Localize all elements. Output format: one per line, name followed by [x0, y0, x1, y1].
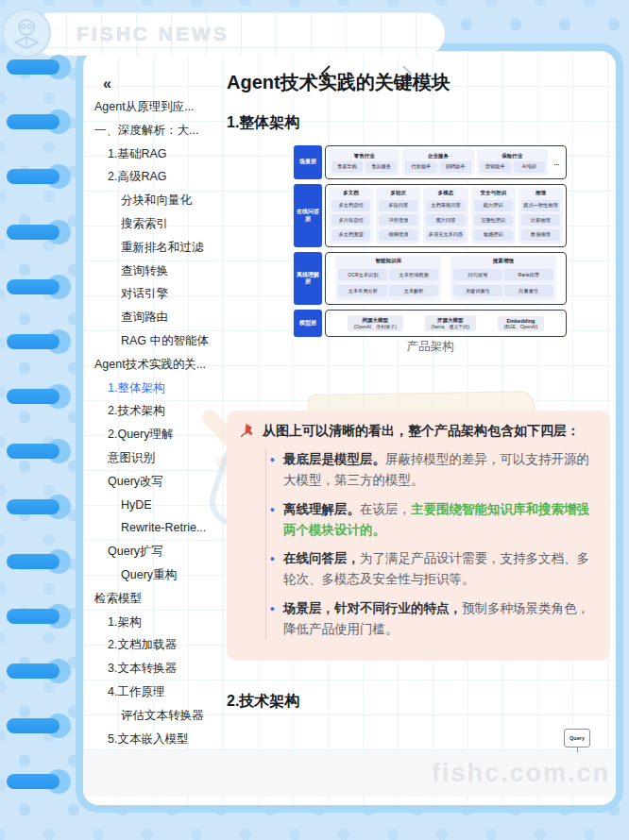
- ring-pill: [7, 774, 60, 789]
- group-title: 多文档: [332, 190, 370, 196]
- diagram-chip: 闭源大模型(OpenAI、序列猴子): [348, 315, 403, 331]
- diagram-chip: 售后服务: [366, 161, 397, 173]
- sidebar-item[interactable]: 分块和向量化: [83, 189, 227, 212]
- sidebar-item[interactable]: Query重构: [83, 563, 227, 587]
- diagram-chip: 多轮问答: [379, 200, 417, 211]
- sidebar-item[interactable]: 意图识别: [83, 446, 227, 470]
- text-segment: 场景层，针对不同行业的特点，: [283, 601, 462, 615]
- callout-heading-row: 从图上可以清晰的看出，整个产品架构包含如下四层：: [240, 421, 597, 441]
- diagram-chip: 文档表格问答: [426, 200, 465, 211]
- callout-box: 从图上可以清晰的看出，整个产品架构包含如下四层： 最底层是模型层。屏蔽掉模型的差…: [227, 411, 610, 661]
- sidebar-item[interactable]: 查询转换: [83, 260, 227, 283]
- group-title: 搜索增强: [453, 258, 553, 264]
- header-banner: FISHC NEWS: [31, 12, 445, 56]
- brand-title: FISHC NEWS: [76, 23, 230, 45]
- query-node: Query: [564, 729, 590, 748]
- chip-subtitle: (llama、通义千问): [432, 324, 469, 329]
- group-title: 智能知识库: [338, 258, 438, 264]
- diagram-chip: 观点一致性推理: [521, 200, 560, 211]
- ring-pill: [7, 554, 60, 569]
- sidebar-collapse-button[interactable]: «: [103, 76, 111, 92]
- sidebar-item[interactable]: 2.文档加载器: [83, 633, 227, 657]
- callout-bullet: 离线理解层。在该层，主要围绕智能知识库和搜索增强两个模块设计的。: [266, 499, 597, 541]
- binder-ring: [7, 495, 75, 519]
- diagram-chip: 开源大模型(llama、通义千问): [425, 315, 476, 331]
- text-segment: 最底层是模型层。: [283, 452, 385, 466]
- diagram-row: 场景层零售行业售前导购售后服务企业服务行政助手招聘助手保险行业营销助手AI培训.…: [294, 145, 567, 179]
- diagram-group: 保险行业营销助手AI培训: [477, 149, 548, 176]
- diagram-group: 推理观点一致性推理比较推理数值推理: [518, 188, 563, 244]
- group-chips: 问句改写Rank排序关键词索引向量索引: [453, 266, 553, 299]
- binder-ring: [7, 329, 75, 354]
- mascot-icon: [8, 14, 45, 52]
- callout-heading: 从图上可以清晰的看出，整个产品架构包含如下四层：: [263, 421, 580, 441]
- diagram-group: 智能知识库OCR文本识别文本区域检测文本布局分析文本解析: [335, 256, 441, 301]
- ring-pill: [7, 444, 60, 459]
- sidebar-item[interactable]: Agent从原理到应...: [83, 95, 227, 119]
- sidebar-item[interactable]: 搜索索引: [83, 212, 227, 236]
- sidebar-item[interactable]: 检索模型: [83, 587, 227, 611]
- binder-ring: [7, 220, 75, 244]
- sidebar-item[interactable]: Query改写: [83, 470, 227, 494]
- sidebar-item[interactable]: 5.文本嵌入模型: [83, 728, 227, 751]
- group-chips: 多轮问答冲突澄清模糊澄清: [379, 198, 417, 242]
- diagram-group: 多文档多文档总结多片段总结多文档溯源: [329, 188, 373, 244]
- group-chips: 能力拒识完整性拒识敏感拒识: [474, 198, 513, 242]
- sidebar-item[interactable]: 4.工作原理: [83, 680, 227, 704]
- text-segment: 在线问答层，: [283, 551, 360, 565]
- callout-bullet-list: 最底层是模型层。屏蔽掉模型的差异，可以支持开源的大模型，第三方的模型。离线理解层…: [265, 449, 597, 640]
- binder-ring: [7, 109, 75, 134]
- diagram-chip: 多文档溯源: [332, 229, 370, 241]
- sidebar-item[interactable]: 1.整体架构: [83, 377, 227, 400]
- diagram-chip: 模糊澄清: [379, 229, 417, 241]
- diagram-row: 在线问答层多文档多文档总结多片段总结多文档溯源多轮次多轮问答冲突澄清模糊澄清多模…: [294, 184, 567, 247]
- sidebar-item[interactable]: 对话引擎: [83, 282, 227, 306]
- ring-pill: [7, 279, 60, 294]
- ring-pill: [7, 389, 60, 404]
- group-chips: 行政助手招聘助手: [405, 161, 470, 173]
- sidebar-item[interactable]: 2.Query理解: [83, 423, 227, 446]
- diagram-chip: AI培训: [514, 161, 545, 173]
- sidebar-item[interactable]: 3.文本转换器: [83, 657, 227, 680]
- chip-title: 闭源大模型: [354, 317, 397, 324]
- diagram-group: 企业服务行政助手招聘助手: [402, 149, 473, 176]
- diagram-chip: 问句改写: [453, 269, 502, 280]
- binder-ring: [7, 439, 75, 463]
- sidebar-item[interactable]: 评估文本转换器: [83, 704, 227, 728]
- diagram-body: 智能知识库OCR文本识别文本区域检测文本布局分析文本解析搜索增强问句改写Rank…: [325, 252, 567, 305]
- callout-bullet: 在线问答层，为了满足产品设计需要，支持多文档、多轮次、多模态及安全性与拒识等。: [266, 548, 597, 590]
- diagram-chip: 文本布局分析: [338, 285, 387, 296]
- diagram-layer-label: 模型层: [294, 310, 322, 337]
- sidebar-item[interactable]: 1.基础RAG: [83, 143, 227, 166]
- sidebar-item[interactable]: 2.高级RAG: [83, 165, 227, 189]
- sidebar-item[interactable]: 1.架构: [83, 611, 227, 634]
- group-title: 安全与拒识: [474, 190, 513, 196]
- binder-ring: [7, 164, 75, 189]
- sidebar-item[interactable]: RAG 中的智能体: [83, 329, 227, 353]
- ring-pill: [7, 225, 60, 240]
- sidebar-item[interactable]: 2.技术架构: [83, 399, 227, 423]
- sidebar-item[interactable]: Rewrite-Retrie...: [83, 516, 227, 540]
- sidebar-item[interactable]: Query扩写: [83, 540, 227, 563]
- diagram-chip: Rank排序: [504, 269, 553, 280]
- brand-logo: [2, 8, 51, 58]
- sidebar-item[interactable]: 查询路由: [83, 306, 227, 329]
- chip-subtitle: (OpenAI、序列猴子): [354, 324, 397, 329]
- diagram-chip: 向量索引: [504, 285, 553, 296]
- callout-bullet: 场景层，针对不同行业的特点，预制多种场景类角色，降低产品使用门槛。: [266, 598, 597, 640]
- group-chips: 文档表格问答图片问答多语言文本问答: [426, 198, 465, 242]
- page-background: { "brand": { "logo_text": "FISHC NEWS" }…: [0, 0, 629, 840]
- sidebar-item[interactable]: HyDE: [83, 494, 227, 517]
- sidebar-item[interactable]: 一、深度解析：大...: [83, 119, 227, 143]
- chip-subtitle: (BGE、OpenAI): [504, 324, 538, 329]
- diagram-row: 离线理解层智能知识库OCR文本识别文本区域检测文本布局分析文本解析搜索增强问句改…: [294, 252, 567, 305]
- ring-pill: [7, 334, 60, 349]
- diagram-chip: 招聘助手: [440, 161, 471, 173]
- group-chips: 多文档总结多片段总结多文档溯源: [332, 198, 370, 242]
- group-title: 企业服务: [405, 153, 470, 160]
- sidebar-item[interactable]: Agent技术实践的关...: [83, 353, 227, 377]
- group-chips: 营销助手AI培训: [480, 161, 545, 173]
- sidebar-item[interactable]: 重新排名和过滤: [83, 236, 227, 260]
- ring-pill: [7, 664, 60, 679]
- diagram-chip: 关键词索引: [453, 285, 502, 296]
